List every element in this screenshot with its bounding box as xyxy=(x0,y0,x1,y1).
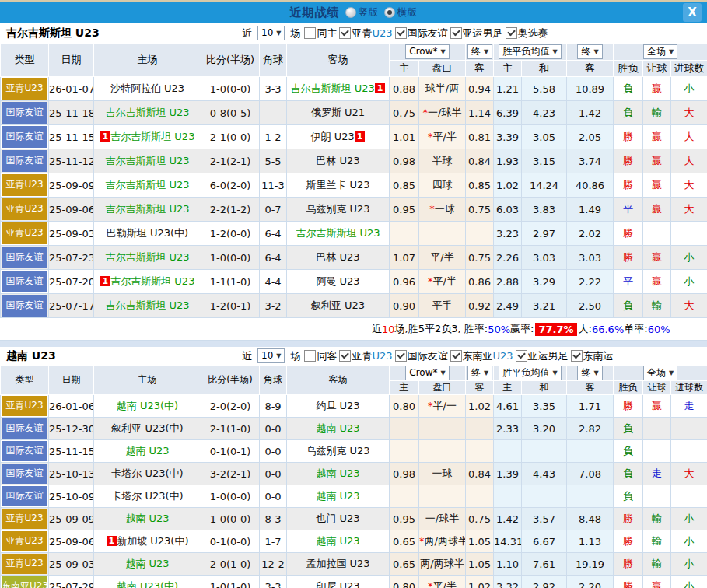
result-cell: 勝 xyxy=(614,508,643,530)
match-type-cell: 亚青U23 xyxy=(1,508,49,530)
checkbox-国际友谊[interactable]: 国际友谊 xyxy=(395,349,448,363)
team-label: 越南 U23 xyxy=(316,535,359,547)
result-label: 贏 xyxy=(652,251,662,263)
checkbox-label[interactable]: 东南亚U23 xyxy=(463,349,513,363)
crow-select[interactable]: Crow*▼ xyxy=(405,44,449,59)
match-row: 国际友谊25-11-18吉尔吉斯斯坦 U230-8(0-5)俄罗斯 U210.7… xyxy=(1,101,707,125)
checkbox-同客[interactable]: 同客 xyxy=(304,349,337,363)
home-team-cell: 吉尔吉斯斯坦 U23 xyxy=(94,198,201,222)
checkbox-checked-icon[interactable] xyxy=(339,27,351,39)
team-label: 越南 U23 xyxy=(125,445,169,457)
result-label: 贏 xyxy=(652,400,662,411)
radio-icon[interactable] xyxy=(345,7,356,18)
match-row: 国际友谊25-07-23吉尔吉斯斯坦 U231-0(0-0)6-4巴林 U231… xyxy=(1,246,707,270)
checkbox-奥选赛[interactable]: 奥选赛 xyxy=(506,26,548,40)
checkbox-label[interactable]: 国际友谊 xyxy=(408,26,448,40)
final-odds-select-2[interactable]: 终▼ xyxy=(577,44,602,59)
corner-cell: 4-4 xyxy=(260,270,287,294)
live-star-icon: * xyxy=(423,107,429,118)
result-label: 負 xyxy=(623,422,633,434)
final-odds-select-1[interactable]: 终▼ xyxy=(467,44,492,59)
matches-table: 类型 日期 主场 比分(半场) 角球 客场 Crow*▼ 终▼ 胜平负均值▼ 终… xyxy=(0,365,707,588)
checkbox-label[interactable]: 国际友谊 xyxy=(408,349,448,363)
match-date: 25-07-23 xyxy=(49,246,94,270)
checkbox-亚青U23[interactable]: 亚青U23 xyxy=(339,349,392,363)
checkbox-label[interactable]: 亚运男足 xyxy=(528,349,569,363)
checkbox-label[interactable]: 东南运 xyxy=(583,349,614,363)
summary-part: 77.7% xyxy=(535,323,576,336)
checkbox-checked-icon[interactable] xyxy=(339,350,351,362)
summary-part: 赢率: xyxy=(510,322,534,336)
checkbox-checked-icon[interactable] xyxy=(395,27,407,39)
checkbox-亚运男足[interactable]: 亚运男足 xyxy=(516,349,569,363)
match-date: 25-11-18 xyxy=(49,101,94,125)
checkbox-checked-icon[interactable] xyxy=(395,350,407,362)
match-date: 25-09-06 xyxy=(49,530,94,553)
checkbox-label[interactable]: 同主 xyxy=(317,26,337,40)
handicap-cell: 一球 xyxy=(419,463,466,485)
checkbox-亚运男足[interactable]: 亚运男足 xyxy=(450,26,503,40)
avg-odds-cell: 1.71 xyxy=(567,395,614,418)
odds-cell xyxy=(390,222,419,246)
match-type-badge: 国际友谊 xyxy=(2,418,47,439)
checkbox-label[interactable]: 同客 xyxy=(317,349,337,363)
result-cell: 小 xyxy=(671,553,707,576)
checkbox-label[interactable]: 奥选赛 xyxy=(518,26,548,40)
team-section-kyrgyzstan: 吉尔吉斯斯坦 U23 近10▼场同主亚青U23国际友谊亚运男足奥选赛 类型 日期… xyxy=(0,23,707,341)
checkbox-东南亚U23[interactable]: 东南亚U23 xyxy=(450,349,513,363)
near-label: 近 xyxy=(242,349,252,363)
checkbox-东南运[interactable]: 东南运 xyxy=(571,349,614,363)
checkbox-unchecked-icon[interactable] xyxy=(304,27,316,39)
radio-vertical-label[interactable]: 竖版 xyxy=(359,5,379,19)
fulltime-select[interactable]: 全场▼ xyxy=(643,366,677,380)
result-label: 輸 xyxy=(652,558,662,569)
checkbox-label[interactable]: 亚运男足 xyxy=(463,26,503,40)
checkbox-同主[interactable]: 同主 xyxy=(304,26,337,40)
checkbox-checked-icon[interactable] xyxy=(506,27,517,39)
chevron-down-icon: ▼ xyxy=(441,45,446,58)
handicap-cell xyxy=(419,222,466,246)
team-label: 吉尔吉斯斯坦 U23 xyxy=(296,227,380,239)
checkbox-checked-icon[interactable] xyxy=(516,350,527,362)
games-count-select[interactable]: 10▼ xyxy=(257,26,285,40)
match-date: 25-09-09 xyxy=(49,173,94,198)
close-icon[interactable]: X xyxy=(683,3,702,22)
checkbox-checked-icon[interactable] xyxy=(450,27,462,39)
radio-horizontal-label[interactable]: 横版 xyxy=(397,5,418,19)
checkbox-亚青U23[interactable]: 亚青U23 xyxy=(339,26,392,40)
final-odds-select-2[interactable]: 终▼ xyxy=(577,366,602,380)
checkbox-checked-icon[interactable] xyxy=(450,350,462,362)
match-date: 25-11-12 xyxy=(49,149,94,173)
match-date: 26-01-07 xyxy=(49,77,94,101)
sub-header-result: 胜负 xyxy=(614,61,643,77)
fulltime-select[interactable]: 全场▼ xyxy=(643,44,677,59)
score-cell: 1-0(0-0) xyxy=(201,508,260,530)
games-count-select[interactable]: 10▼ xyxy=(257,348,285,363)
wdl-average-select[interactable]: 胜平负均值▼ xyxy=(499,44,561,59)
avg-odds-cell xyxy=(567,440,614,463)
crow-select[interactable]: Crow*▼ xyxy=(405,366,449,380)
col-header-score: 比分(半场) xyxy=(201,44,260,77)
col-header-type: 类型 xyxy=(1,44,49,77)
radio-vertical-layout[interactable]: 竖版 xyxy=(345,5,379,19)
chevron-down-icon: ▼ xyxy=(593,366,598,380)
match-type-cell: 国际友谊 xyxy=(1,149,49,173)
odds-cell: 0.85 xyxy=(466,173,494,198)
team-label: 越南 U23 xyxy=(316,467,359,479)
match-type-badge: 国际友谊 xyxy=(2,441,47,461)
result-cell xyxy=(671,440,707,463)
result-cell xyxy=(671,222,707,246)
home-team-cell: 吉尔吉斯斯坦 U23 xyxy=(94,101,201,125)
radio-selected-icon[interactable] xyxy=(384,7,395,18)
checkbox-国际友谊[interactable]: 国际友谊 xyxy=(395,26,448,40)
wdl-average-select[interactable]: 胜平负均值▼ xyxy=(499,366,561,380)
odds-cell: 0.95 xyxy=(390,198,419,222)
score-cell: 3-2(2-1) xyxy=(201,463,260,485)
checkbox-unchecked-icon[interactable] xyxy=(304,350,316,362)
final-odds-select-1[interactable]: 终▼ xyxy=(467,366,492,380)
checkbox-label[interactable]: 亚青U23 xyxy=(352,349,392,363)
radio-horizontal-layout[interactable]: 横版 xyxy=(384,5,418,19)
checkbox-checked-icon[interactable] xyxy=(571,350,583,362)
checkbox-label[interactable]: 亚青U23 xyxy=(352,26,392,40)
avg-odds-cell: 5.58 xyxy=(522,77,567,101)
